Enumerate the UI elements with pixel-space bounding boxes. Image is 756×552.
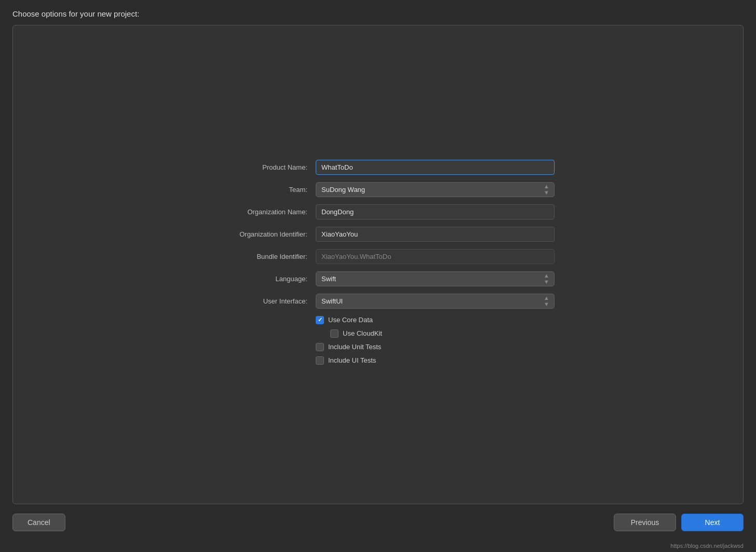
footer-bar: Cancel Previous Next [0, 504, 756, 541]
product-name-control [316, 160, 555, 175]
product-name-input[interactable] [316, 160, 555, 175]
team-control: SuDong Wang ▲ ▼ [316, 182, 555, 197]
include-unit-tests-label: Include Unit Tests [328, 343, 381, 351]
include-ui-tests-checkbox[interactable] [316, 356, 324, 365]
language-row: Language: Swift Objective-C ▲ ▼ [201, 271, 555, 286]
include-ui-tests-label: Include UI Tests [328, 356, 376, 364]
user-interface-select[interactable]: SwiftUI Storyboard [316, 294, 555, 309]
product-name-label: Product Name: [201, 163, 316, 171]
url-hint: https://blog.csdn.net/jackwsd [0, 541, 756, 552]
use-core-data-label: Use Core Data [328, 316, 373, 324]
team-label: Team: [201, 186, 316, 194]
language-select[interactable]: Swift Objective-C [316, 271, 555, 286]
user-interface-row: User Interface: SwiftUI Storyboard ▲ ▼ [201, 294, 555, 309]
org-identifier-row: Organization Identifier: [201, 227, 555, 242]
user-interface-label: User Interface: [201, 297, 316, 305]
previous-button[interactable]: Previous [614, 514, 676, 531]
team-row: Team: SuDong Wang ▲ ▼ [201, 182, 555, 197]
user-interface-control: SwiftUI Storyboard ▲ ▼ [316, 294, 555, 309]
org-identifier-label: Organization Identifier: [201, 230, 316, 238]
org-name-input[interactable] [316, 204, 555, 219]
use-cloudkit-checkbox[interactable] [330, 329, 339, 338]
include-unit-tests-checkbox[interactable] [316, 343, 324, 351]
org-name-label: Organization Name: [201, 208, 316, 216]
bundle-identifier-input [316, 249, 555, 264]
bundle-identifier-row: Bundle Identifier: [201, 249, 555, 264]
header-bar: Choose options for your new project: [0, 0, 756, 25]
checkboxes-section: Use Core Data Use CloudKit Include Unit … [201, 316, 555, 365]
org-identifier-control [316, 227, 555, 242]
org-name-control [316, 204, 555, 219]
next-button[interactable]: Next [681, 514, 744, 531]
language-label: Language: [201, 275, 316, 283]
page-title: Choose options for your new project: [12, 9, 139, 18]
footer-right: Previous Next [614, 514, 744, 531]
bundle-identifier-control [316, 249, 555, 264]
bundle-identifier-label: Bundle Identifier: [201, 253, 316, 260]
org-identifier-input[interactable] [316, 227, 555, 242]
team-select[interactable]: SuDong Wang [316, 182, 555, 197]
form-panel: Product Name: Team: SuDong Wang ▲ ▼ [12, 25, 744, 504]
product-name-row: Product Name: [201, 160, 555, 175]
use-cloudkit-row: Use CloudKit [330, 329, 555, 338]
main-content: Product Name: Team: SuDong Wang ▲ ▼ [0, 25, 756, 504]
form-table: Product Name: Team: SuDong Wang ▲ ▼ [201, 160, 555, 370]
include-unit-tests-row: Include Unit Tests [316, 343, 555, 351]
use-cloudkit-label: Use CloudKit [343, 329, 382, 337]
use-core-data-checkbox[interactable] [316, 316, 324, 324]
org-name-row: Organization Name: [201, 204, 555, 219]
use-core-data-row: Use Core Data [316, 316, 555, 324]
language-control: Swift Objective-C ▲ ▼ [316, 271, 555, 286]
cancel-button[interactable]: Cancel [12, 514, 65, 531]
include-ui-tests-row: Include UI Tests [316, 356, 555, 365]
